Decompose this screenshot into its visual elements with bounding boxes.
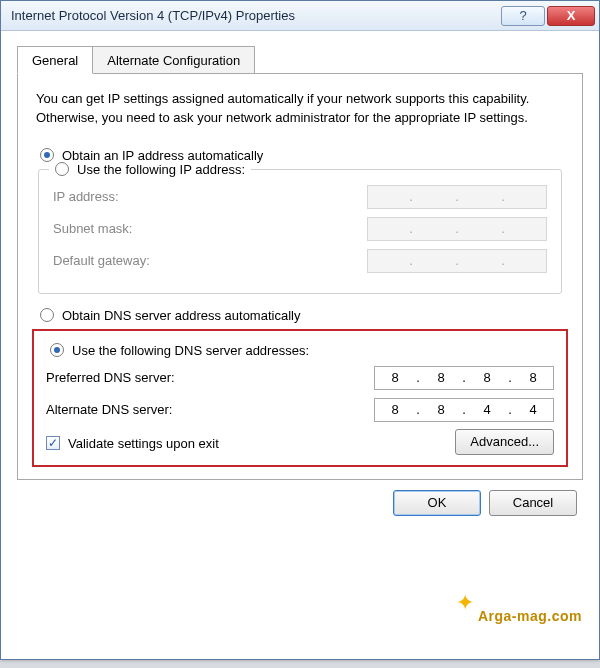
ip-octet[interactable]: 8 — [375, 402, 415, 417]
default-gateway-label: Default gateway: — [53, 253, 150, 268]
dialog-buttons: OK Cancel — [17, 480, 583, 516]
radio-use-following-ip[interactable]: Use the following IP address: — [49, 162, 251, 177]
ip-octet[interactable]: 8 — [467, 370, 507, 385]
dot-icon: . — [408, 221, 414, 236]
cancel-button[interactable]: Cancel — [489, 490, 577, 516]
row-ip-address: IP address: . . . — [53, 185, 547, 209]
dot-icon: . — [408, 189, 414, 204]
preferred-dns-input[interactable]: 8. 8. 8. 8 — [374, 366, 554, 390]
help-button[interactable]: ? — [501, 6, 545, 26]
dns-section-highlight: Use the following DNS server addresses: … — [32, 329, 568, 467]
row-alternate-dns: Alternate DNS server: 8. 8. 4. 4 — [46, 398, 554, 422]
radio-icon — [55, 162, 69, 176]
subnet-mask-label: Subnet mask: — [53, 221, 133, 236]
dot-icon: . — [408, 253, 414, 268]
ip-address-group: Use the following IP address: IP address… — [38, 169, 562, 294]
tabs-strip: General Alternate Configuration — [17, 46, 583, 74]
tab-alternate-label: Alternate Configuration — [107, 53, 240, 68]
radio-obtain-ip-automatically[interactable]: Obtain an IP address automatically — [40, 148, 564, 163]
advanced-button[interactable]: Advanced... — [455, 429, 554, 455]
row-subnet-mask: Subnet mask: . . . — [53, 217, 547, 241]
ip-octet[interactable]: 8 — [421, 370, 461, 385]
radio-use-ip-label: Use the following IP address: — [77, 162, 245, 177]
checkbox-icon: ✓ — [46, 436, 60, 450]
close-button[interactable]: X — [547, 6, 595, 26]
alternate-dns-label: Alternate DNS server: — [46, 402, 172, 417]
radio-use-following-dns[interactable]: Use the following DNS server addresses: — [50, 343, 554, 358]
ip-octet[interactable]: 8 — [513, 370, 553, 385]
row-preferred-dns: Preferred DNS server: 8. 8. 8. 8 — [46, 366, 554, 390]
row-default-gateway: Default gateway: . . . — [53, 249, 547, 273]
ip-octet[interactable]: 4 — [513, 402, 553, 417]
ip-octet[interactable]: 4 — [467, 402, 507, 417]
description-text: You can get IP settings assigned automat… — [36, 90, 564, 128]
default-gateway-input: . . . — [367, 249, 547, 273]
dot-icon: . — [500, 253, 506, 268]
ok-button-label: OK — [428, 495, 447, 510]
cancel-button-label: Cancel — [513, 495, 553, 510]
tab-panel-general: You can get IP settings assigned automat… — [17, 73, 583, 480]
radio-icon — [50, 343, 64, 357]
dot-icon: . — [500, 189, 506, 204]
dot-icon: . — [500, 221, 506, 236]
client-area: General Alternate Configuration You can … — [1, 31, 599, 528]
radio-obtain-dns-automatically[interactable]: Obtain DNS server address automatically — [40, 308, 564, 323]
cursor-sparkle-icon: ✦ — [456, 590, 474, 616]
ok-button[interactable]: OK — [393, 490, 481, 516]
advanced-button-label: Advanced... — [470, 434, 539, 449]
dot-icon: . — [454, 221, 460, 236]
alternate-dns-input[interactable]: 8. 8. 4. 4 — [374, 398, 554, 422]
ip-address-label: IP address: — [53, 189, 119, 204]
radio-use-dns-label: Use the following DNS server addresses: — [72, 343, 309, 358]
preferred-dns-label: Preferred DNS server: — [46, 370, 175, 385]
dialog-window: Internet Protocol Version 4 (TCP/IPv4) P… — [0, 0, 600, 660]
tab-general-label: General — [32, 53, 78, 68]
tab-alternate-configuration[interactable]: Alternate Configuration — [92, 46, 255, 74]
radio-icon — [40, 308, 54, 322]
validate-label: Validate settings upon exit — [68, 436, 219, 451]
radio-obtain-ip-label: Obtain an IP address automatically — [62, 148, 263, 163]
titlebar: Internet Protocol Version 4 (TCP/IPv4) P… — [1, 1, 599, 31]
ip-address-input: . . . — [367, 185, 547, 209]
close-icon: X — [567, 8, 576, 23]
window-title: Internet Protocol Version 4 (TCP/IPv4) P… — [5, 8, 499, 23]
help-icon: ? — [519, 8, 526, 23]
radio-obtain-dns-label: Obtain DNS server address automatically — [62, 308, 300, 323]
tab-general[interactable]: General — [17, 46, 93, 74]
watermark-text: Arga-mag.com — [478, 608, 582, 624]
radio-icon — [40, 148, 54, 162]
subnet-mask-input: . . . — [367, 217, 547, 241]
ip-octet[interactable]: 8 — [375, 370, 415, 385]
dot-icon: . — [454, 253, 460, 268]
ip-octet[interactable]: 8 — [421, 402, 461, 417]
dot-icon: . — [454, 189, 460, 204]
